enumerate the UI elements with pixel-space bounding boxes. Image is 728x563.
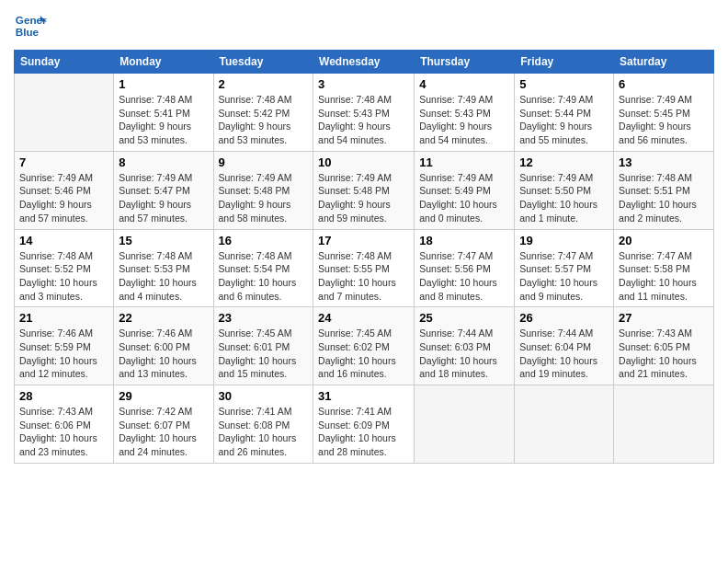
day-number: 17 [318, 234, 409, 247]
svg-text:Blue: Blue [16, 26, 40, 38]
day-number: 2 [219, 77, 309, 91]
day-number: 31 [318, 389, 409, 403]
day-number: 8 [119, 155, 208, 169]
calendar-week-3: 14Sunrise: 7:48 AM Sunset: 5:52 PM Dayli… [15, 229, 714, 307]
calendar-header-row: SundayMondayTuesdayWednesdayThursdayFrid… [15, 51, 714, 74]
calendar-cell: 13Sunrise: 7:48 AM Sunset: 5:51 PM Dayli… [614, 151, 714, 229]
calendar-cell: 18Sunrise: 7:47 AM Sunset: 5:56 PM Dayli… [415, 229, 515, 307]
calendar-cell: 2Sunrise: 7:48 AM Sunset: 5:42 PM Daylig… [213, 74, 313, 152]
day-info: Sunrise: 7:43 AM Sunset: 6:05 PM Dayligh… [619, 327, 709, 381]
calendar-cell: 27Sunrise: 7:43 AM Sunset: 6:05 PM Dayli… [614, 307, 714, 385]
day-number: 9 [219, 155, 309, 169]
day-info: Sunrise: 7:48 AM Sunset: 5:53 PM Dayligh… [119, 249, 208, 304]
calendar-cell: 11Sunrise: 7:49 AM Sunset: 5:49 PM Dayli… [415, 151, 515, 229]
calendar-cell: 7Sunrise: 7:49 AM Sunset: 5:46 PM Daylig… [15, 151, 114, 229]
calendar-cell [515, 385, 614, 464]
day-number: 28 [19, 389, 108, 403]
calendar-cell: 19Sunrise: 7:47 AM Sunset: 5:57 PM Dayli… [515, 229, 614, 307]
calendar-cell: 10Sunrise: 7:49 AM Sunset: 5:48 PM Dayli… [313, 151, 415, 229]
day-info: Sunrise: 7:49 AM Sunset: 5:44 PM Dayligh… [519, 93, 609, 147]
calendar-cell: 15Sunrise: 7:48 AM Sunset: 5:53 PM Dayli… [114, 229, 213, 307]
day-info: Sunrise: 7:49 AM Sunset: 5:48 PM Dayligh… [318, 171, 409, 225]
calendar-cell: 12Sunrise: 7:49 AM Sunset: 5:50 PM Dayli… [515, 151, 614, 229]
day-number: 18 [419, 234, 509, 247]
day-info: Sunrise: 7:48 AM Sunset: 5:54 PM Dayligh… [219, 249, 309, 304]
day-number: 4 [419, 77, 509, 91]
calendar-cell: 6Sunrise: 7:49 AM Sunset: 5:45 PM Daylig… [614, 74, 714, 152]
calendar-cell: 5Sunrise: 7:49 AM Sunset: 5:44 PM Daylig… [515, 74, 614, 152]
day-info: Sunrise: 7:49 AM Sunset: 5:46 PM Dayligh… [19, 171, 108, 225]
calendar-header-sunday: Sunday [15, 51, 114, 74]
calendar-header-tuesday: Tuesday [213, 51, 313, 74]
day-info: Sunrise: 7:49 AM Sunset: 5:47 PM Dayligh… [119, 171, 208, 225]
calendar-week-2: 7Sunrise: 7:49 AM Sunset: 5:46 PM Daylig… [15, 151, 714, 229]
day-info: Sunrise: 7:46 AM Sunset: 6:00 PM Dayligh… [119, 327, 208, 381]
calendar-cell: 3Sunrise: 7:48 AM Sunset: 5:43 PM Daylig… [313, 74, 415, 152]
calendar-cell: 17Sunrise: 7:48 AM Sunset: 5:55 PM Dayli… [313, 229, 415, 307]
day-number: 23 [219, 311, 309, 325]
calendar-cell: 28Sunrise: 7:43 AM Sunset: 6:06 PM Dayli… [15, 385, 114, 464]
day-number: 29 [119, 389, 208, 403]
day-info: Sunrise: 7:48 AM Sunset: 5:41 PM Dayligh… [119, 93, 208, 147]
day-number: 27 [619, 311, 709, 325]
day-info: Sunrise: 7:42 AM Sunset: 6:07 PM Dayligh… [119, 405, 208, 459]
calendar-cell: 8Sunrise: 7:49 AM Sunset: 5:47 PM Daylig… [114, 151, 213, 229]
calendar-table: SundayMondayTuesdayWednesdayThursdayFrid… [14, 50, 714, 464]
calendar-cell [15, 74, 114, 152]
day-info: Sunrise: 7:43 AM Sunset: 6:06 PM Dayligh… [19, 405, 108, 459]
day-info: Sunrise: 7:41 AM Sunset: 6:08 PM Dayligh… [219, 405, 309, 459]
day-info: Sunrise: 7:41 AM Sunset: 6:09 PM Dayligh… [318, 405, 409, 459]
day-number: 22 [119, 311, 208, 325]
calendar-cell: 20Sunrise: 7:47 AM Sunset: 5:58 PM Dayli… [614, 229, 714, 307]
day-info: Sunrise: 7:49 AM Sunset: 5:50 PM Dayligh… [519, 171, 609, 225]
day-number: 12 [519, 155, 609, 169]
day-number: 14 [19, 234, 108, 247]
day-number: 6 [619, 77, 709, 91]
day-number: 20 [619, 234, 709, 247]
day-info: Sunrise: 7:47 AM Sunset: 5:56 PM Dayligh… [419, 249, 509, 304]
calendar-cell: 26Sunrise: 7:44 AM Sunset: 6:04 PM Dayli… [515, 307, 614, 385]
calendar-header-saturday: Saturday [614, 51, 714, 74]
day-number: 13 [619, 155, 709, 169]
calendar-cell [415, 385, 515, 464]
calendar-header-thursday: Thursday [415, 51, 515, 74]
calendar-week-4: 21Sunrise: 7:46 AM Sunset: 5:59 PM Dayli… [15, 307, 714, 385]
day-number: 16 [219, 234, 309, 247]
day-info: Sunrise: 7:46 AM Sunset: 5:59 PM Dayligh… [19, 327, 108, 381]
day-number: 19 [519, 234, 609, 247]
day-number: 5 [519, 77, 609, 91]
calendar-header-monday: Monday [114, 51, 213, 74]
day-number: 21 [19, 311, 108, 325]
logo-icon: General Blue [14, 9, 47, 42]
calendar-cell: 1Sunrise: 7:48 AM Sunset: 5:41 PM Daylig… [114, 74, 213, 152]
logo: General Blue [14, 9, 47, 42]
calendar-cell: 24Sunrise: 7:45 AM Sunset: 6:02 PM Dayli… [313, 307, 415, 385]
calendar-cell: 16Sunrise: 7:48 AM Sunset: 5:54 PM Dayli… [213, 229, 313, 307]
calendar-week-5: 28Sunrise: 7:43 AM Sunset: 6:06 PM Dayli… [15, 385, 714, 464]
day-number: 24 [318, 311, 409, 325]
day-info: Sunrise: 7:48 AM Sunset: 5:43 PM Dayligh… [318, 93, 409, 147]
day-number: 3 [318, 77, 409, 91]
day-info: Sunrise: 7:49 AM Sunset: 5:43 PM Dayligh… [419, 93, 509, 147]
day-info: Sunrise: 7:49 AM Sunset: 5:49 PM Dayligh… [419, 171, 509, 225]
calendar-cell: 4Sunrise: 7:49 AM Sunset: 5:43 PM Daylig… [415, 74, 515, 152]
calendar-cell: 22Sunrise: 7:46 AM Sunset: 6:00 PM Dayli… [114, 307, 213, 385]
day-number: 11 [419, 155, 509, 169]
day-info: Sunrise: 7:45 AM Sunset: 6:01 PM Dayligh… [219, 327, 309, 381]
calendar-week-1: 1Sunrise: 7:48 AM Sunset: 5:41 PM Daylig… [15, 74, 714, 152]
day-info: Sunrise: 7:48 AM Sunset: 5:51 PM Dayligh… [619, 171, 709, 225]
page-header: General Blue [14, 9, 714, 42]
day-info: Sunrise: 7:48 AM Sunset: 5:55 PM Dayligh… [318, 249, 409, 304]
calendar-header-wednesday: Wednesday [313, 51, 415, 74]
calendar-cell: 23Sunrise: 7:45 AM Sunset: 6:01 PM Dayli… [213, 307, 313, 385]
calendar-cell: 31Sunrise: 7:41 AM Sunset: 6:09 PM Dayli… [313, 385, 415, 464]
calendar-cell: 21Sunrise: 7:46 AM Sunset: 5:59 PM Dayli… [15, 307, 114, 385]
day-info: Sunrise: 7:48 AM Sunset: 5:52 PM Dayligh… [19, 249, 108, 304]
day-info: Sunrise: 7:44 AM Sunset: 6:03 PM Dayligh… [419, 327, 509, 381]
calendar-cell: 29Sunrise: 7:42 AM Sunset: 6:07 PM Dayli… [114, 385, 213, 464]
calendar-cell: 30Sunrise: 7:41 AM Sunset: 6:08 PM Dayli… [213, 385, 313, 464]
calendar-cell [614, 385, 714, 464]
day-info: Sunrise: 7:49 AM Sunset: 5:45 PM Dayligh… [619, 93, 709, 147]
day-number: 25 [419, 311, 509, 325]
calendar-cell: 14Sunrise: 7:48 AM Sunset: 5:52 PM Dayli… [15, 229, 114, 307]
